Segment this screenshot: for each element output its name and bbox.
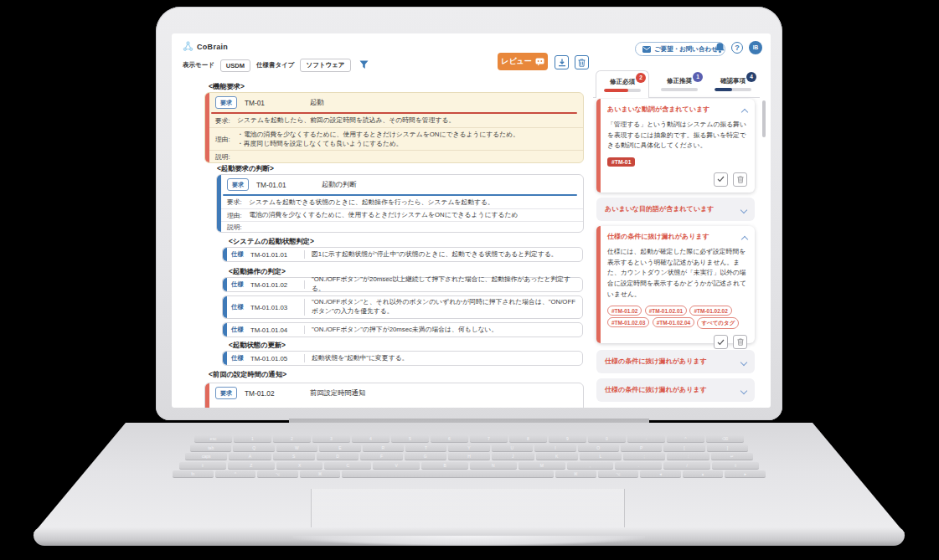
- row-label: 説明:: [215, 152, 237, 162]
- requirement-title: 起動の判断: [322, 180, 357, 189]
- keyboard-key: J: [492, 453, 534, 460]
- spec-type-select[interactable]: ソフトウェア: [300, 59, 350, 72]
- spec-row-tm010105[interactable]: 仕様 TM-01.01.05 起動状態を"起動中"に変更する。: [222, 351, 583, 366]
- keyboard-key: 4: [352, 435, 390, 443]
- keyboard-key: A: [229, 453, 271, 460]
- spec-row-tm010101[interactable]: 仕様 TM-01.01.01 図1に示す起動状態が"停止中"の状態のときに、起動…: [222, 247, 583, 262]
- issue-tag[interactable]: #TM-01.02.04: [653, 317, 694, 327]
- keyboard-key: O: [578, 444, 619, 452]
- tab-confirm-items[interactable]: 確認事項 4: [706, 70, 760, 98]
- spec-row-tm010103[interactable]: 仕様 TM-01.01.03 "ON./OFFボタン"と、それ以外のボタンのいず…: [222, 295, 583, 319]
- keyboard-key: B: [421, 462, 468, 470]
- tab-label: 修正推奨 1: [667, 77, 692, 85]
- issue-tag[interactable]: #TM-01.02.02: [689, 306, 731, 316]
- spec-id: TM-01.01.05: [250, 355, 304, 362]
- spec-id: TM-01.01.03: [250, 304, 304, 311]
- requirement-card-tm01[interactable]: 要求 TM-01 起動 要求: システムを起動したら、前回の設定時間を読込み、そ…: [204, 92, 584, 163]
- keyboard-key: ^: [667, 435, 704, 443]
- delete-button[interactable]: [575, 55, 589, 69]
- issue-tag-all[interactable]: すべてのタグ: [697, 317, 739, 329]
- avatar[interactable]: IB: [749, 41, 762, 54]
- requirement-row: 理由: 電池の消費を少なくするために、使用するときだけシステムをONにできるよう…: [217, 208, 583, 221]
- help-icon[interactable]: ?: [731, 42, 743, 54]
- download-button[interactable]: [555, 55, 569, 69]
- keyboard-key: 5: [391, 435, 429, 443]
- section-heading-update: <起動状態の更新>: [229, 341, 286, 350]
- keyboard-key: ⌥: [598, 470, 639, 478]
- issue-card-ambiguous-verb: あいまいな動詞が含まれています 「管理する」という動詞はシステムの振る舞いを表現…: [596, 99, 755, 193]
- tab-recommended-fix[interactable]: 修正推奨 1: [653, 70, 706, 98]
- requirement-card-tm0102[interactable]: 要求 TM-01.02 前回設定時間通知: [204, 383, 584, 408]
- keyboard-key: ⌫: [706, 435, 744, 443]
- review-button[interactable]: レビュー: [498, 53, 548, 70]
- keyboard-key: ↵: [711, 453, 753, 460]
- issue-card-missing-condition-3[interactable]: 仕様の条件に抜け漏れがあります: [596, 378, 755, 402]
- keyboard-key: ▴: [683, 470, 724, 478]
- spec-badge: 仕様: [231, 326, 244, 334]
- issue-card-ambiguous-object[interactable]: あいまいな目的語が含まれています: [596, 198, 755, 221]
- keyboard-key: P: [621, 444, 662, 452]
- spec-id: TM-01.01.01: [250, 251, 304, 259]
- notifications-bell-icon[interactable]: [715, 42, 725, 55]
- keyboard-key: M: [519, 462, 565, 470]
- row-label: 説明:: [227, 223, 249, 232]
- requirement-id: TM-01: [245, 99, 310, 107]
- issue-title: 仕様の条件に抜け漏れがあります: [607, 233, 709, 241]
- requirement-title: 起動: [310, 98, 324, 107]
- section-heading-notify: <前回の設定時間の通知>: [209, 370, 286, 379]
- header-controls: 表示モード USDM 仕様書タイプ ソフトウェア: [183, 59, 369, 72]
- panel-scrollbar[interactable]: [762, 100, 766, 137]
- row-label: 理由:: [227, 211, 249, 220]
- issue-tag[interactable]: #TM-01.02.03: [607, 317, 649, 327]
- spec-text: "ON./OFFボタン"と、それ以外のボタンのいずれかが同時に押下された場合は、…: [312, 298, 582, 316]
- issue-tag[interactable]: #TM-01.02: [607, 306, 642, 316]
- keyboard-key: D: [317, 453, 359, 460]
- requirement-id: TM-01.02: [245, 389, 310, 398]
- filter-icon[interactable]: [359, 60, 369, 71]
- issue-card-missing-condition-1: 仕様の条件に抜け漏れがあります 仕様には、起動が確定した際に必ず設定時間を表示す…: [596, 226, 755, 343]
- requirement-header: 要求 TM-01.02 前回設定時間通知: [205, 383, 583, 403]
- issue-tag[interactable]: #TM-01.02.01: [645, 306, 687, 316]
- keyboard-key: S: [273, 453, 315, 460]
- spec-badge: 仕様: [231, 250, 244, 259]
- keyboard-key: N: [470, 462, 517, 470]
- issue-tag[interactable]: #TM-01: [607, 157, 635, 167]
- row-text: システムを起動できる状態のときに、起動操作を行ったら、システムを起動する。: [249, 198, 494, 207]
- section-heading-operation: <起動操作の判定>: [229, 267, 286, 276]
- keyboard-key: H: [448, 453, 490, 460]
- spec-row-tm010104[interactable]: 仕様 TM-01.01.04 "ON./OFFボタン"の押下が20msec未満の…: [222, 322, 583, 337]
- tab-count-badge: 1: [693, 72, 703, 82]
- keyboard-key: K: [536, 453, 578, 460]
- laptop-thumb-notch: [293, 536, 645, 546]
- dismiss-trash-button[interactable]: [733, 335, 747, 349]
- spec-divider: [304, 326, 305, 334]
- spec-type-label: 仕様書タイプ: [256, 61, 295, 69]
- resolve-check-button[interactable]: [714, 172, 728, 187]
- issue-body: 「管理する」という動詞はシステムの振る舞いを表現するには抽象的です。振る舞いを特…: [607, 120, 747, 152]
- issue-title: あいまいな目的語が含まれています: [605, 205, 714, 213]
- keyboard-key: ⌘: [555, 470, 596, 478]
- contact-button[interactable]: ご要望・お問い合わせ: [635, 42, 725, 56]
- keyboard-key: 3: [312, 435, 350, 443]
- issue-card-missing-condition-2[interactable]: 仕様の条件に抜け漏れがあります: [596, 350, 755, 373]
- resolve-check-button[interactable]: [714, 335, 728, 349]
- spec-divider: [304, 299, 305, 316]
- keyboard-key: esc: [194, 435, 232, 443]
- display-mode-select[interactable]: USDM: [220, 59, 250, 72]
- keyboard-key: E: [319, 444, 360, 452]
- tab-must-fix[interactable]: 修正必須 2: [596, 70, 649, 98]
- spec-row-tm010102[interactable]: 仕様 TM-01.01.02 "ON./OFFボタン"が20msec以上継続して…: [222, 277, 583, 292]
- keyboard-key: caps: [185, 453, 227, 460]
- chevron-up-icon[interactable]: [741, 236, 748, 243]
- requirement-row: 説明:: [205, 150, 583, 162]
- issue-title: 仕様の条件に抜け漏れがあります: [605, 386, 707, 394]
- review-label: レビュー: [501, 56, 532, 67]
- keyboard-key: ^: [215, 470, 256, 478]
- keyboard-key: X: [276, 462, 323, 470]
- requirement-card-tm0101[interactable]: 要求 TM-01.01 起動の判断 要求: システムを起動できる状態のときに、起…: [216, 174, 584, 233]
- keyboard-key: Q: [233, 444, 274, 452]
- comment-bubble-icon: [535, 58, 544, 66]
- dismiss-trash-button[interactable]: [733, 172, 747, 187]
- chevron-up-icon[interactable]: [741, 109, 748, 116]
- keyboard-key: R: [363, 444, 404, 452]
